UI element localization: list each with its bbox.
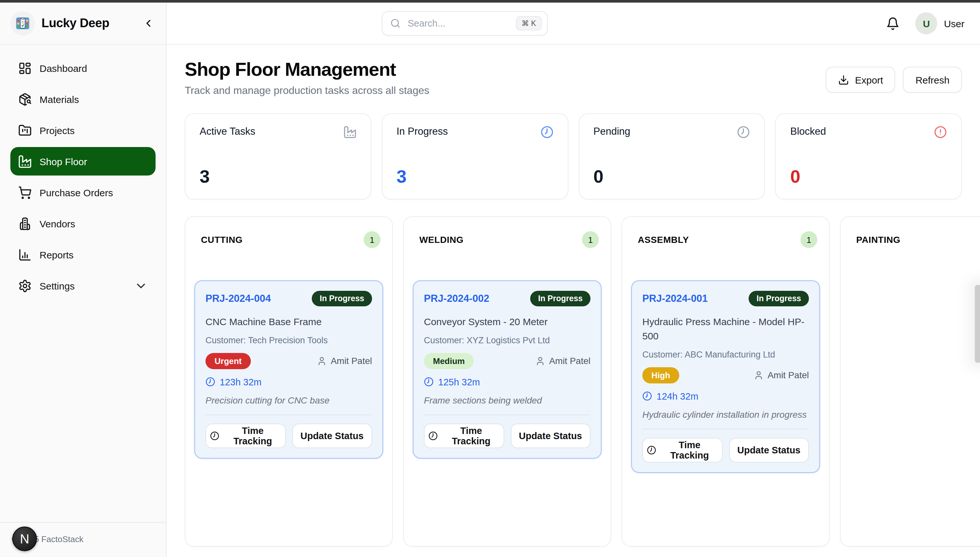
assignee: Amit Patel: [317, 356, 372, 366]
task-card[interactable]: PRJ-2024-004 In Progress CNC Machine Bas…: [194, 280, 383, 459]
column-cutting: CUTTING 1 PRJ-2024-004 In Progress CNC M…: [185, 216, 393, 547]
vertical-scrollbar[interactable]: [975, 285, 980, 363]
sidebar-item-label: Materials: [39, 94, 79, 104]
column-title: WELDING: [419, 235, 464, 245]
task-title: Conveyor System - 20 Meter: [424, 315, 590, 329]
search-box[interactable]: ⌘ K: [382, 11, 548, 36]
column-title: CUTTING: [201, 235, 243, 245]
time-tracking-button[interactable]: Time Tracking: [642, 438, 722, 462]
assignee-name: Amit Patel: [549, 356, 590, 366]
assignee-name: Amit Patel: [768, 370, 809, 380]
clock-icon: [642, 391, 652, 401]
sidebar-item-dashboard[interactable]: Dashboard: [10, 54, 155, 82]
bell-icon: [886, 16, 900, 30]
topbar-right: U User: [884, 12, 964, 34]
sidebar-item-settings[interactable]: Settings: [10, 271, 155, 300]
update-status-button[interactable]: Update Status: [510, 423, 590, 448]
download-icon: [838, 74, 849, 85]
column-count-badge: 1: [582, 231, 599, 248]
task-time: 124h 32m: [642, 391, 809, 401]
page-subtitle: Track and manage production tasks across…: [185, 85, 430, 96]
task-note: Precision cutting for CNC base: [206, 395, 372, 406]
stat-label: In Progress: [397, 125, 448, 137]
building-icon: [18, 217, 32, 230]
stat-label: Active Tasks: [199, 125, 255, 137]
clock-icon: [647, 445, 656, 455]
task-title: Hydraulic Press Machine - Model HP-500: [642, 315, 809, 343]
export-button[interactable]: Export: [826, 67, 895, 93]
sidebar-collapse-button[interactable]: [140, 15, 157, 32]
task-customer: Customer: ABC Manufacturing Ltd: [642, 349, 809, 359]
stat-label: Blocked: [791, 125, 826, 137]
priority-badge: Urgent: [206, 353, 251, 369]
app-logo: [10, 11, 35, 36]
stat-value: 3: [199, 166, 356, 187]
refresh-button[interactable]: Refresh: [903, 67, 962, 93]
sidebar-item-label: Settings: [39, 280, 75, 291]
sidebar-item-vendors[interactable]: Vendors: [10, 209, 155, 238]
app-name: Lucky Deep: [41, 16, 109, 31]
column-welding: WELDING 1 PRJ-2024-002 In Progress Conve…: [403, 216, 611, 547]
folder-kanban-icon: [18, 124, 32, 137]
time-value: 123h 32m: [220, 377, 261, 387]
sidebar-item-materials[interactable]: Materials: [10, 85, 155, 113]
divider: [642, 428, 809, 429]
sidebar-item-purchase-orders[interactable]: Purchase Orders: [10, 178, 155, 207]
sidebar-header: Lucky Deep: [0, 3, 166, 45]
update-status-button[interactable]: Update Status: [729, 438, 809, 462]
task-card[interactable]: PRJ-2024-001 In Progress Hydraulic Press…: [631, 280, 820, 472]
window-top-strip: [0, 0, 980, 3]
stat-card-active-tasks: Active Tasks 3: [185, 113, 371, 199]
notifications-button[interactable]: [884, 14, 903, 33]
task-id-link[interactable]: PRJ-2024-001: [642, 293, 708, 305]
task-time: 125h 32m: [424, 377, 590, 387]
time-value: 124h 32m: [657, 391, 698, 401]
stat-value: 0: [791, 166, 947, 187]
sidebar-item-label: Shop Floor: [39, 156, 87, 167]
time-tracking-button[interactable]: Time Tracking: [206, 423, 286, 448]
dashboard-icon: [18, 61, 32, 75]
task-note: Hydraulic cylinder installation in progr…: [642, 409, 809, 419]
stat-card-blocked: Blocked 0: [776, 113, 962, 199]
divider: [206, 415, 372, 415]
kanban-board: CUTTING 1 PRJ-2024-004 In Progress CNC M…: [185, 216, 962, 547]
sidebar-item-projects[interactable]: Projects: [10, 116, 155, 145]
clock-icon: [428, 431, 438, 441]
shortcut-badge: ⌘ K: [516, 16, 542, 31]
status-badge: In Progress: [312, 291, 372, 306]
column-count-badge: 1: [364, 231, 381, 248]
topbar: ⌘ K U User: [167, 3, 980, 45]
user-menu[interactable]: U User: [916, 12, 964, 34]
nextjs-dev-badge[interactable]: N: [12, 526, 37, 551]
task-time: 123h 32m: [206, 377, 372, 387]
package-search-icon: [18, 92, 32, 106]
stats-row: Active Tasks 3 In Progress 3: [185, 113, 962, 199]
clock-icon: [737, 125, 750, 138]
stat-label: Pending: [593, 125, 630, 137]
task-card[interactable]: PRJ-2024-002 In Progress Conveyor System…: [413, 280, 601, 459]
task-id-link[interactable]: PRJ-2024-004: [206, 293, 271, 305]
time-tracking-button[interactable]: Time Tracking: [424, 423, 504, 448]
app-viewport: Lucky Deep Dashboard Materials Projects: [0, 0, 980, 557]
sidebar-item-label: Dashboard: [39, 62, 87, 73]
divider: [424, 415, 590, 415]
sidebar-item-label: Vendors: [39, 218, 75, 229]
sidebar-item-reports[interactable]: Reports: [10, 240, 155, 269]
search-input[interactable]: [407, 18, 510, 29]
main-area: ⌘ K U User Shop Floor Management: [167, 3, 980, 557]
column-title: ASSEMBLY: [638, 235, 689, 245]
sidebar: Lucky Deep Dashboard Materials Projects: [0, 3, 167, 557]
update-status-button[interactable]: Update Status: [292, 423, 372, 448]
priority-badge: Medium: [424, 353, 474, 369]
status-badge: In Progress: [530, 291, 590, 306]
clock-icon: [210, 431, 219, 441]
task-id-link[interactable]: PRJ-2024-002: [424, 293, 489, 305]
factory-icon: [18, 155, 32, 168]
assignee-name: Amit Patel: [330, 356, 372, 366]
user-icon: [317, 356, 327, 366]
column-painting: PAINTING: [840, 216, 980, 547]
clock-icon: [206, 377, 215, 387]
sidebar-item-label: Purchase Orders: [39, 187, 113, 198]
column-count-badge: 1: [800, 231, 817, 248]
sidebar-item-shop-floor[interactable]: Shop Floor: [10, 147, 155, 176]
